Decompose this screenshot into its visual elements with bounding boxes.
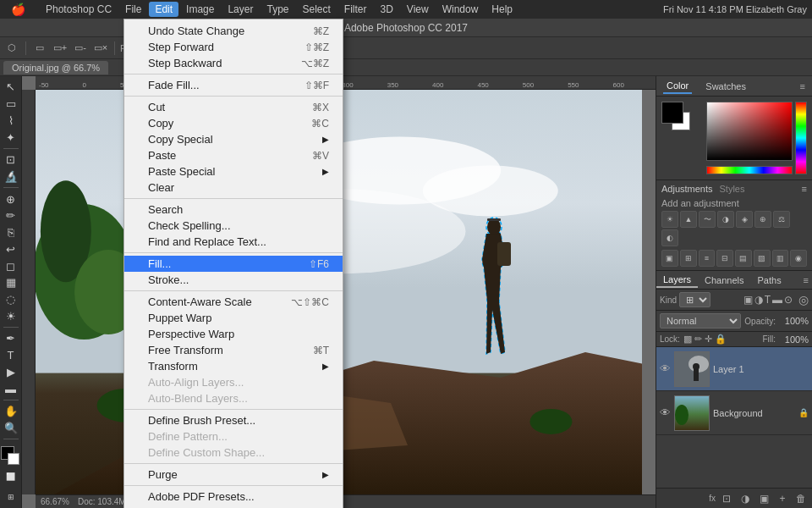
lock-all-icon[interactable]: 🔒 [715,334,727,345]
color-spectrum[interactable] [795,102,807,174]
filter-toggle[interactable]: ◎ [798,293,809,306]
lasso-options[interactable]: ⬡ [3,40,20,57]
swatches-tab[interactable]: Swatches [702,80,749,93]
lasso-tool[interactable]: ⌇ [2,113,20,129]
brightness-adj[interactable]: ☀ [661,211,678,228]
menu-puppet-warp[interactable]: Puppet Warp [124,310,343,326]
brush-tool[interactable]: ✏ [2,208,20,224]
image-menu-item[interactable]: Image [180,2,220,17]
filter-shape-icon[interactable]: ▬ [772,294,782,306]
vibrance-adj[interactable]: ◈ [736,211,753,228]
bw-adj[interactable]: ◐ [661,229,678,246]
screen-mode-btn[interactable]: ⊞ [2,489,20,505]
menu-step-forward[interactable]: Step Forward ⇧⌘Z [124,39,343,55]
type-menu-item[interactable]: Type [261,2,294,17]
marquee-tool[interactable]: ▭ [2,97,20,112]
hand-tool[interactable]: ✋ [2,404,20,419]
menu-pdf-presets[interactable]: Adobe PDF Presets... [124,489,343,505]
lock-position-icon[interactable]: ✛ [705,334,712,345]
background-color[interactable] [8,453,19,465]
hsl-adj[interactable]: ⊕ [754,211,771,228]
add-group-btn[interactable]: ▣ [756,491,771,506]
channels-tab[interactable]: Channels [698,273,750,287]
photo-filter-adj[interactable]: ▣ [661,250,678,267]
filter-menu-item[interactable]: Filter [338,2,373,17]
background-layer-item[interactable]: 👁 [656,391,812,435]
file-menu-item[interactable]: File [119,2,147,17]
layer-menu-item[interactable]: Layer [222,2,259,17]
lock-paint-icon[interactable]: ✏ [694,334,702,345]
move-tool[interactable]: ↖ [2,80,20,95]
select-menu-item[interactable]: Select [296,2,336,17]
3d-menu-item[interactable]: 3D [375,2,399,17]
menu-paste[interactable]: Paste ⌘V [124,147,343,163]
intersect-selection-btn[interactable]: ▭× [92,40,109,57]
blend-mode-dropdown[interactable]: Normal [660,313,741,329]
opacity-value[interactable]: 100% [779,316,809,326]
new-selection-btn[interactable]: ▭ [31,40,48,57]
selective-color-adj[interactable]: ◉ [790,250,807,267]
exposure-adj[interactable]: ◑ [717,211,734,228]
dodge-tool[interactable]: ☀ [2,308,20,323]
fx-label[interactable]: fx [709,494,716,503]
quick-mask-btn[interactable]: ⬜ [2,467,20,486]
menu-presets[interactable]: Presets ▶ [124,505,343,508]
layer-visibility-toggle[interactable]: 👁 [660,362,671,375]
menu-fade-fill[interactable]: Fade Fill... ⇧⌘F [124,77,343,93]
styles-tab-adj[interactable]: Styles [720,184,745,194]
view-menu-item[interactable]: View [401,2,435,17]
menu-undo[interactable]: Undo State Change ⌘Z [124,23,343,39]
add-layer-btn[interactable]: + [775,491,790,506]
window-menu-item[interactable]: Window [436,2,485,17]
app-menu-item[interactable]: Photoshop CC [40,2,118,17]
menu-paste-special[interactable]: Paste Special ▶ [124,163,343,179]
color-tab[interactable]: Color [663,79,692,94]
layer-item[interactable]: 👁 Layer 1 [656,347,812,391]
menu-transform[interactable]: Transform ▶ [124,358,343,374]
layers-menu-icon[interactable]: ≡ [804,275,809,285]
adj-menu-icon[interactable]: ≡ [802,184,807,194]
menu-fill[interactable]: Fill... ⇧F6 [124,256,343,272]
menu-define-brush[interactable]: Define Brush Preset... [124,412,343,428]
invert-adj[interactable]: ⊟ [716,250,733,267]
menu-copy[interactable]: Copy ⌘C [124,115,343,131]
color-lookup-adj[interactable]: ≡ [699,250,716,267]
crop-tool[interactable]: ⊡ [2,152,20,168]
menu-search[interactable]: Search [124,202,343,218]
healing-tool[interactable]: ⊕ [2,191,20,207]
lock-transparent-icon[interactable]: ▩ [683,334,692,345]
hue-slider[interactable] [706,166,793,174]
kind-dropdown[interactable]: ⊞ [679,292,710,307]
document-tab[interactable]: Original.jpg @ 66.7% [3,61,108,75]
add-mask-btn[interactable]: ⊡ [719,491,734,506]
posterize-adj[interactable]: ▤ [735,250,752,267]
paths-tab[interactable]: Paths [751,273,788,287]
menu-content-aware-scale[interactable]: Content-Aware Scale ⌥⇧⌘C [124,294,343,310]
add-selection-btn[interactable]: ▭+ [52,40,69,57]
channel-mixer-adj[interactable]: ⊞ [680,250,697,267]
menu-free-transform[interactable]: Free Transform ⌘T [124,342,343,358]
edit-menu-item[interactable]: Edit [149,2,178,17]
background-visibility-toggle[interactable]: 👁 [660,406,671,419]
fill-value[interactable]: 100% [779,334,809,345]
menu-purge[interactable]: Purge ▶ [124,467,343,483]
shape-tool[interactable]: ▬ [2,381,20,396]
apple-menu[interactable]: 🍎 [5,1,31,18]
levels-adj[interactable]: ▲ [680,211,697,228]
menu-copy-special[interactable]: Copy Special ▶ [124,131,343,147]
zoom-tool[interactable]: 🔍 [2,421,20,436]
filter-type-icon[interactable]: T [765,294,771,306]
menu-clear[interactable]: Clear [124,179,343,196]
clone-tool[interactable]: ⎘ [2,225,20,240]
eyedropper-tool[interactable]: 🔬 [2,169,20,185]
gradient-tool[interactable]: ▦ [2,275,20,290]
filter-adj-icon[interactable]: ◑ [754,294,763,306]
menu-find-replace[interactable]: Find and Replace Text... [124,234,343,250]
add-adjustment-btn[interactable]: ◑ [738,491,753,506]
blur-tool[interactable]: ◌ [2,292,20,307]
menu-check-spelling[interactable]: Check Spelling... [124,218,343,234]
eraser-tool[interactable]: ◻ [2,258,20,273]
menu-step-backward[interactable]: Step Backward ⌥⌘Z [124,55,343,71]
foreground-swatch[interactable] [661,102,683,124]
color-switcher[interactable] [1,446,21,462]
